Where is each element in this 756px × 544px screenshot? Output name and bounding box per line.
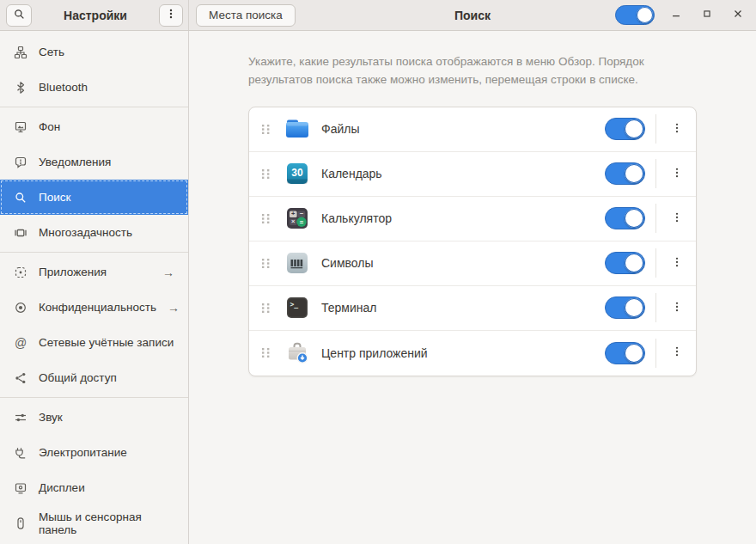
files-app-icon xyxy=(284,115,311,143)
search-locations-button[interactable]: Места поиска xyxy=(196,4,296,27)
terminal-toggle[interactable] xyxy=(605,296,645,319)
sidebar-item-notifications[interactable]: Уведомления xyxy=(0,144,188,180)
toggle-knob xyxy=(625,298,643,317)
row-divider xyxy=(655,293,656,322)
calendar-app-icon: 30 xyxy=(284,160,311,187)
characters-toggle[interactable] xyxy=(605,252,645,274)
search-icon xyxy=(13,8,26,23)
description-line-2: результатов поиска также можно изменить,… xyxy=(248,73,638,86)
maximize-icon xyxy=(701,8,713,22)
primary-menu-button[interactable] xyxy=(159,4,183,27)
list-item-label: Символы xyxy=(321,256,374,270)
sidebar-item-label: Приложения xyxy=(39,266,107,278)
list-item-label: Центр приложений xyxy=(321,346,428,360)
sidebar-item-applications[interactable]: Приложения → xyxy=(0,254,188,290)
svg-text:×: × xyxy=(291,218,296,226)
list-item-label: Календарь xyxy=(321,167,382,180)
sidebar-separator xyxy=(0,107,188,107)
drag-handle-icon[interactable] xyxy=(259,346,271,359)
search-button[interactable] xyxy=(6,4,32,27)
sidebar-item-label: Фон xyxy=(39,120,60,133)
row-divider xyxy=(655,159,656,188)
subpage-arrow-icon: → xyxy=(162,266,174,279)
svg-text:+: + xyxy=(291,210,296,217)
network-icon xyxy=(14,46,27,59)
list-item-calendar: 30 Календарь xyxy=(249,152,696,197)
drag-handle-icon[interactable] xyxy=(259,257,271,270)
row-divider xyxy=(655,114,656,144)
headerbar-sidebar-section: Настройки xyxy=(0,0,189,30)
calculator-options-button[interactable] xyxy=(667,208,687,229)
toggle-knob xyxy=(625,119,643,138)
sidebar-item-multitasking[interactable]: Многозадачность xyxy=(0,215,188,250)
page-description: Укажите, какие результаты поиска отображ… xyxy=(248,53,697,89)
software-app-icon xyxy=(284,339,311,367)
calculator-toggle[interactable] xyxy=(605,207,645,229)
calendar-toggle[interactable] xyxy=(605,162,645,185)
sidebar-item-label: Дисплеи xyxy=(39,481,85,494)
app-title: Настройки xyxy=(32,9,159,22)
window-close-button[interactable] xyxy=(729,6,747,25)
settings-window: Настройки Места поиска Поиск xyxy=(0,0,756,544)
drag-handle-icon[interactable] xyxy=(259,212,271,225)
software-toggle[interactable] xyxy=(605,342,645,364)
sidebar-item-label: Bluetooth xyxy=(39,81,88,94)
software-options-button[interactable] xyxy=(667,343,687,364)
sidebar-item-background[interactable]: Фон xyxy=(0,109,188,144)
drag-handle-icon[interactable] xyxy=(259,168,271,180)
list-item-label: Калькулятор xyxy=(321,211,392,225)
list-item-label: Файлы xyxy=(321,122,359,136)
characters-options-button[interactable] xyxy=(667,253,687,273)
sidebar-item-power[interactable]: Электропитание xyxy=(0,435,188,470)
list-item-label: Терминал xyxy=(321,301,376,315)
row-divider xyxy=(655,248,656,278)
window-controls xyxy=(615,5,747,25)
sidebar-item-label: Звук xyxy=(39,411,63,424)
row-divider xyxy=(655,339,656,368)
sidebar-item-mouse[interactable]: Мышь и сенсорная панель xyxy=(0,505,188,541)
drag-handle-icon[interactable] xyxy=(259,302,271,315)
toggle-knob xyxy=(625,209,643,228)
list-item-terminal: >_ Терминал xyxy=(249,286,696,331)
sidebar-item-label: Многозадачность xyxy=(39,226,132,239)
files-toggle[interactable] xyxy=(605,118,645,140)
terminal-options-button[interactable] xyxy=(667,297,687,318)
vertical-dots-icon xyxy=(671,211,683,226)
multitasking-icon xyxy=(14,226,27,240)
notifications-icon xyxy=(14,156,27,169)
window-minimize-button[interactable] xyxy=(667,6,686,25)
terminal-app-icon: >_ xyxy=(284,294,311,321)
sidebar-item-displays[interactable]: Дисплеи xyxy=(0,470,188,505)
toggle-knob xyxy=(625,254,643,272)
window-maximize-button[interactable] xyxy=(698,6,716,25)
toggle-knob xyxy=(625,344,643,363)
characters-app-icon xyxy=(284,249,311,277)
sidebar-item-network[interactable]: Сеть xyxy=(0,34,188,70)
svg-text:−: − xyxy=(300,210,304,217)
page-title: Поиск xyxy=(454,9,491,22)
headerbar-main-section: Места поиска Поиск xyxy=(189,0,756,30)
sidebar-separator xyxy=(0,397,188,398)
drag-handle-icon[interactable] xyxy=(259,123,271,136)
minimize-icon xyxy=(670,8,682,22)
list-item-software-center: Центр приложений xyxy=(249,331,696,376)
sidebar-item-label: Сеть xyxy=(39,46,64,58)
search-master-toggle[interactable] xyxy=(615,5,655,25)
sidebar-item-sound[interactable]: Звук xyxy=(0,400,188,435)
files-options-button[interactable] xyxy=(667,119,687,139)
sidebar-item-search[interactable]: Поиск xyxy=(0,180,188,215)
search-icon xyxy=(14,191,27,205)
vertical-dots-icon xyxy=(671,122,683,137)
calculator-app-icon: + − × = xyxy=(284,205,311,232)
sidebar-item-label: Общий доступ xyxy=(39,371,117,384)
calendar-options-button[interactable] xyxy=(667,163,687,184)
sidebar-item-sharing[interactable]: Общий доступ xyxy=(0,360,188,395)
sidebar-item-label: Электропитание xyxy=(39,446,127,459)
sidebar-separator xyxy=(0,252,188,253)
online-accounts-icon: @ xyxy=(14,336,27,350)
sidebar-item-bluetooth[interactable]: Bluetooth xyxy=(0,70,188,105)
sidebar-item-privacy[interactable]: Конфиденциальность → xyxy=(0,290,188,325)
sidebar-item-online-accounts[interactable]: @ Сетевые учётные записи xyxy=(0,325,188,360)
subpage-arrow-icon: → xyxy=(168,301,180,315)
description-line-1: Укажите, какие результаты поиска отображ… xyxy=(248,55,644,68)
